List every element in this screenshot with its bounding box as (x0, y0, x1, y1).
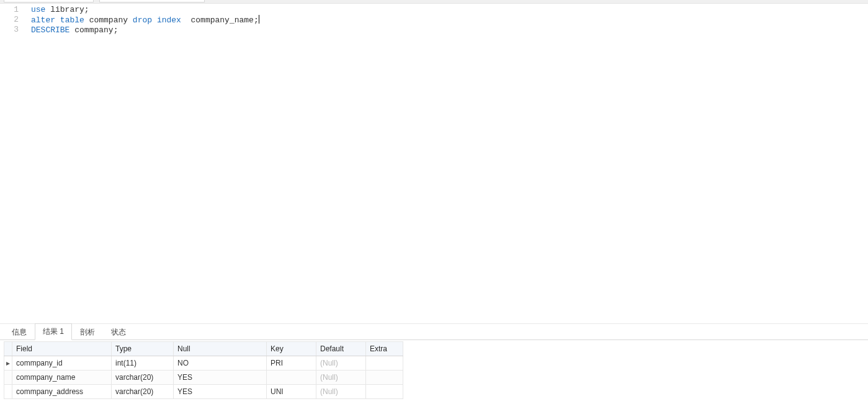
column-header[interactable]: Type (112, 342, 174, 356)
cell[interactable] (366, 356, 403, 371)
keyword-token: DESCRIBE (31, 25, 69, 35)
cell[interactable]: (Null) (316, 385, 366, 399)
line-number: 1 (0, 5, 19, 15)
keyword-token: table (60, 16, 84, 25)
cell[interactable] (267, 371, 316, 385)
cell[interactable]: varchar(20) (112, 371, 174, 385)
keyword-token: alter (31, 16, 55, 25)
keyword-token: use (31, 5, 45, 14)
result-tab[interactable]: 信息 (4, 324, 35, 340)
toolbar-dropdown-2[interactable] (99, 0, 205, 2)
code-line[interactable]: alter table commpany drop index commpany… (31, 15, 868, 25)
row-marker: ▸ (4, 356, 12, 371)
column-header[interactable]: Extra (366, 342, 403, 356)
cell[interactable]: (Null) (316, 356, 366, 371)
row-marker-header (4, 342, 12, 356)
text-token (152, 16, 157, 25)
table-row[interactable]: ▸commpany_idint(11)NOPRI(Null) (4, 356, 403, 371)
code-line[interactable]: DESCRIBE commpany; (31, 25, 868, 35)
line-number: 2 (0, 15, 19, 25)
cell[interactable]: (Null) (316, 371, 366, 385)
text-caret (259, 15, 259, 24)
cell[interactable]: YES (174, 371, 267, 385)
code-area[interactable]: use library;alter table commpany drop in… (25, 4, 868, 323)
text-token: library; (45, 5, 89, 14)
result-grid[interactable]: FieldTypeNullKeyDefaultExtra▸commpany_id… (4, 341, 403, 399)
toolbar-dropdown-1[interactable] (4, 0, 94, 2)
keyword-token: index (157, 16, 181, 25)
column-header[interactable]: Null (174, 342, 267, 356)
result-tab[interactable]: 结果 1 (35, 323, 72, 340)
code-line[interactable]: use library; (31, 5, 868, 15)
cell[interactable]: commpany_address (12, 385, 112, 399)
cell[interactable]: YES (174, 385, 267, 399)
table-row[interactable]: commpany_addressvarchar(20)YESUNI(Null) (4, 385, 403, 399)
column-header[interactable]: Default (316, 342, 366, 356)
column-header[interactable]: Field (12, 342, 112, 356)
cell[interactable] (366, 385, 403, 399)
cell[interactable]: commpany_name (12, 371, 112, 385)
line-number-gutter: 123 (0, 4, 25, 323)
cell[interactable]: PRI (267, 356, 316, 371)
cell[interactable]: commpany_id (12, 356, 112, 371)
toolbar-stub (0, 0, 868, 4)
cell[interactable]: int(11) (112, 356, 174, 371)
text-token: commpany (84, 16, 133, 25)
result-grid-wrap: FieldTypeNullKeyDefaultExtra▸commpany_id… (0, 340, 868, 403)
column-header[interactable]: Key (267, 342, 316, 356)
result-tabs: 信息结果 1剖析状态 (0, 324, 868, 340)
keyword-token: drop (133, 16, 152, 25)
text-token (55, 16, 60, 25)
line-number: 3 (0, 25, 19, 35)
text-token: commpany_name; (181, 16, 259, 25)
cell[interactable]: NO (174, 356, 267, 371)
cell[interactable]: varchar(20) (112, 385, 174, 399)
text-token: commpany; (69, 25, 118, 35)
cell[interactable]: UNI (267, 385, 316, 399)
table-row[interactable]: commpany_namevarchar(20)YES(Null) (4, 371, 403, 385)
row-marker (4, 371, 12, 385)
sql-editor[interactable]: 123 use library;alter table commpany dro… (0, 4, 868, 324)
row-marker (4, 385, 12, 399)
result-tab[interactable]: 状态 (103, 324, 134, 340)
cell[interactable] (366, 371, 403, 385)
result-tab[interactable]: 剖析 (72, 324, 103, 340)
